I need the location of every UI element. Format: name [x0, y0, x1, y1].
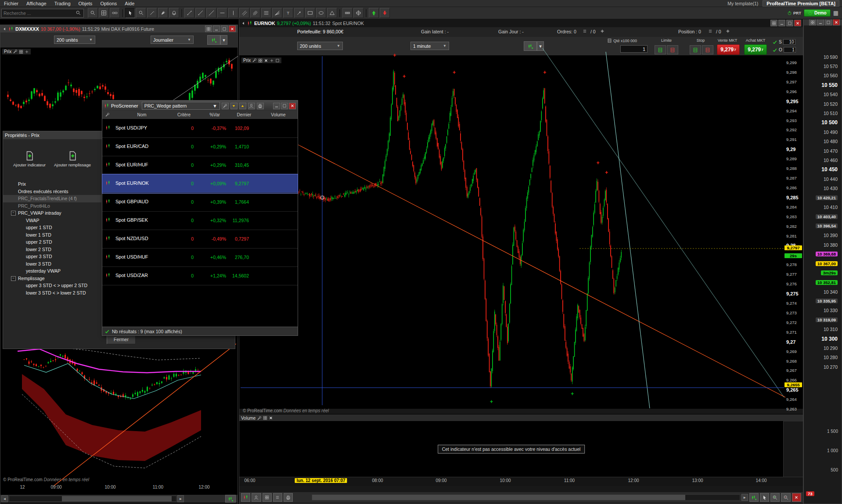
screener-row[interactable]: Spot GBP/SEK0+0,32%11,2976: [102, 211, 298, 230]
close-icon[interactable]: [289, 103, 296, 109]
pencil-icon[interactable]: [147, 8, 157, 18]
ladder-row[interactable]: 10 319,09: [804, 315, 842, 324]
dxm-scrollbar[interactable]: [9, 496, 176, 502]
screener-row[interactable]: Spot NZD/USD0-0,49%0,7297: [102, 230, 298, 248]
triangle-icon[interactable]: [327, 8, 337, 18]
grid-icon[interactable]: [263, 493, 272, 502]
maximize-icon[interactable]: [281, 103, 288, 109]
menu-trading[interactable]: Trading: [50, 1, 75, 6]
rectangle-icon[interactable]: [305, 8, 315, 18]
add-indicator-button[interactable]: Ajouter indicateur: [9, 144, 50, 173]
template-name[interactable]: My template(1): [727, 1, 758, 6]
zoom-in-icon[interactable]: [770, 493, 780, 502]
cursor-icon[interactable]: [760, 493, 769, 502]
eurnok-units-dropdown[interactable]: 200 unités▼: [297, 42, 343, 50]
demo-button[interactable]: Demo: [804, 9, 831, 17]
maximize-icon[interactable]: [786, 20, 793, 26]
chart-scrollbar[interactable]: [312, 494, 740, 500]
menu-objets[interactable]: Objets: [75, 1, 97, 6]
filter-icon[interactable]: [105, 112, 110, 118]
position-list-icon[interactable]: [708, 29, 712, 33]
ladder-row[interactable]: 10 290: [804, 343, 842, 353]
screener-row[interactable]: Spot USD/HUF0+0,46%276,70: [102, 248, 298, 267]
fibonacci-fan-icon[interactable]: [272, 8, 282, 18]
column-header-nom[interactable]: Nom: [130, 112, 154, 117]
maximize-icon[interactable]: [825, 19, 832, 25]
screener-select[interactable]: PRC_Wedge pattern▼: [142, 102, 220, 110]
search-go-icon[interactable]: [88, 8, 98, 18]
measure-icon[interactable]: [342, 8, 353, 18]
eurnok-period-dropdown[interactable]: 1 minute▼: [410, 42, 449, 50]
wrench-icon[interactable]: [252, 58, 257, 63]
arrow-icon[interactable]: [294, 8, 304, 18]
close-icon[interactable]: [264, 58, 268, 63]
close-icon[interactable]: [269, 416, 273, 420]
ladder-row[interactable]: 10 470: [804, 146, 842, 155]
ladder-row[interactable]: 10 396,54: [804, 221, 842, 230]
ladder-row[interactable]: 10 420,21: [804, 193, 842, 202]
orders-gear-icon[interactable]: [600, 29, 605, 33]
alert-icon[interactable]: [169, 8, 179, 18]
wrench-icon[interactable]: [257, 416, 262, 421]
person-icon[interactable]: [248, 103, 255, 109]
scroll-left-icon[interactable]: ◄: [1, 495, 8, 502]
screener-table-header[interactable]: NomCritère%VarDernierVolume: [102, 111, 298, 119]
list-icon[interactable]: [273, 493, 282, 502]
close-icon[interactable]: [229, 25, 236, 32]
minimize-icon[interactable]: [213, 25, 220, 32]
position-gear-icon[interactable]: [726, 29, 730, 33]
menu-options[interactable]: Options: [96, 1, 121, 6]
target-icon[interactable]: [353, 8, 363, 18]
workspace-grid-icon[interactable]: ▦: [833, 10, 838, 16]
dxm-period-dropdown[interactable]: Journalier▼: [151, 36, 194, 44]
column-header-critère[interactable]: Critère: [172, 112, 196, 117]
buy-stop-button[interactable]: [690, 45, 701, 54]
ladder-titlebar[interactable]: [804, 19, 842, 25]
ladder-row[interactable]: 10 590: [804, 52, 842, 61]
pitchfork-icon[interactable]: [250, 8, 260, 18]
minimize-icon[interactable]: [817, 19, 824, 25]
ladder-row[interactable]: 10 560: [804, 71, 842, 80]
grid-icon[interactable]: [263, 416, 267, 420]
ladder-row[interactable]: 10 480: [804, 137, 842, 146]
chart-options-caret-icon[interactable]: ▾: [537, 41, 544, 51]
sell-arrow-icon[interactable]: [380, 8, 390, 18]
grid-icon[interactable]: [809, 19, 816, 25]
sell-market-button[interactable]: 9,2797: [717, 44, 740, 55]
vertical-line-icon[interactable]: [228, 8, 238, 18]
close-icon[interactable]: [792, 493, 801, 502]
time-axis[interactable]: [239, 477, 803, 486]
scroll-right-icon[interactable]: ►: [741, 494, 748, 501]
grid-icon[interactable]: [770, 20, 777, 26]
ladder-row[interactable]: 10 450: [804, 165, 842, 174]
ladder-row[interactable]: 10 403,40: [804, 212, 842, 221]
plus-icon[interactable]: [270, 58, 274, 63]
ladder-row[interactable]: 10 340: [804, 287, 842, 296]
buy-market-button[interactable]: 9,2797: [744, 44, 767, 55]
plus-icon[interactable]: [25, 50, 29, 54]
search-icon[interactable]: [76, 10, 81, 16]
price-axis[interactable]: [784, 55, 803, 409]
channel-icon[interactable]: [239, 8, 249, 18]
ellipse-icon[interactable]: [316, 8, 326, 18]
column-header-var[interactable]: %Var: [202, 112, 227, 117]
scroll-right-icon[interactable]: ►: [177, 495, 184, 502]
chart-options-caret-icon[interactable]: ▾: [220, 35, 227, 45]
ladder-row[interactable]: 10 270: [804, 362, 842, 371]
minimize-icon[interactable]: [273, 103, 280, 109]
s-value[interactable]: 10: [783, 39, 795, 45]
person-icon[interactable]: [252, 493, 261, 502]
maximize-icon[interactable]: [221, 25, 228, 32]
ladder-row[interactable]: 10 570: [804, 61, 842, 71]
add-chart-icon[interactable]: [749, 493, 759, 502]
zoom-out-icon[interactable]: [781, 493, 790, 502]
collapse-expander-icon[interactable]: −: [11, 211, 16, 216]
ray-icon[interactable]: [195, 8, 205, 18]
ladder-row[interactable]: 10 540: [804, 90, 842, 99]
add-chart-icon[interactable]: [207, 35, 220, 45]
ladder-row[interactable]: 10 490: [804, 127, 842, 137]
ladder-row[interactable]: 10 369,68: [804, 249, 842, 259]
ladder-row[interactable]: 10 520: [804, 99, 842, 108]
brush-icon[interactable]: [158, 8, 168, 18]
ladder-row[interactable]: 10 390: [804, 231, 842, 240]
